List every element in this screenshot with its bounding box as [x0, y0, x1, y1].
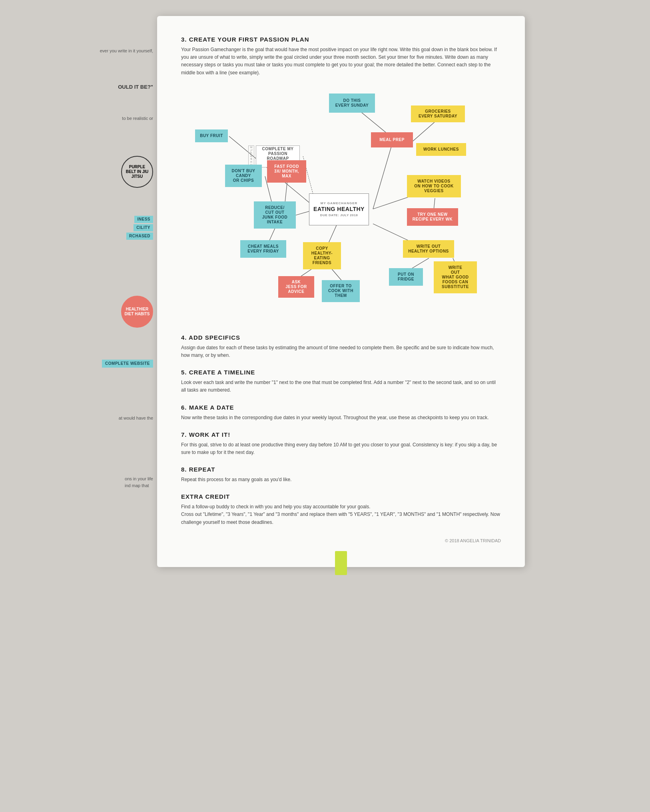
sidebar-label-purchased: RCHASED [126, 233, 153, 240]
extra-credit-heading: EXTRA CREDIT [181, 493, 501, 500]
section-4: 4. ADD SPECIFICS Assign due dates for ea… [181, 334, 501, 359]
sidebar-label-facility: CILITY [134, 224, 153, 231]
section-8: 8. REPEAT Repeat this process for as man… [181, 466, 501, 484]
mind-map: EXAMPLE Complete my Passion Roadmap - To… [181, 86, 501, 326]
node-reduce-junk: REDUCE/CUT OUTJUNK FOODINTAKE [254, 201, 296, 229]
sidebar-label-website: COMPLETE WEBSITE [102, 360, 153, 368]
section-6-text: Now write these tasks in the correspondi… [181, 414, 501, 422]
node-cheat-meals: CHEAT MEALSEVERY FRIDAY [240, 240, 286, 258]
node-fast-food: FAST FOOD3X/ MONTH,MAX [267, 160, 306, 183]
extra-credit-text: Find a follow-up buddy to check in with … [181, 503, 501, 526]
example-label: EXAMPLE [248, 145, 254, 167]
node-work-lunches: WORK LUNCHES [416, 143, 466, 156]
svg-line-0 [373, 141, 393, 209]
ribbon [335, 551, 347, 575]
sidebar-circle-jiu-jitsu: PURPLE BELT IN JIU JITSU [121, 156, 153, 188]
node-do-this-sunday: DO THISEVERY SUNDAY [329, 94, 375, 113]
sidebar-circle-diet: HEALTHIER DIET HABITS [121, 296, 153, 328]
extra-credit: EXTRA CREDIT Find a follow-up buddy to c… [181, 493, 501, 526]
node-write-healthy: WRITE OUTHEALTHY OPTIONS [403, 240, 454, 258]
sidebar-label-business: INESS [134, 216, 153, 223]
section-7-heading: 7. WORK AT IT! [181, 431, 501, 438]
node-watch-videos: WATCH VIDEOSON HOW TO COOKVEGGIES [407, 175, 461, 197]
section-8-text: Repeat this process for as many goals as… [181, 476, 501, 484]
section-5-heading: 5. CREATE A TIMELINE [181, 369, 501, 376]
node-copy-friends: COPYHEALTHY-EATINGFRIENDS [303, 242, 341, 269]
section-3-heading: 3. CREATE YOUR FIRST PASSION PLAN [181, 36, 501, 43]
sidebar-text-9: ons in your lifeind map that [125, 476, 153, 489]
footer-copyright: © 2018 ANGELIA TRINIDAD [181, 538, 501, 543]
section-8-heading: 8. REPEAT [181, 466, 501, 473]
section-7-text: For this goal, strive to do at least one… [181, 441, 501, 456]
node-groceries: GROCERIESEVERY SATURDAY [411, 105, 465, 122]
sidebar-text-2: OULD IT BE?" [118, 84, 153, 90]
node-dont-buy: DON'T BUYCANDYOR CHIPS [225, 165, 262, 187]
section-3-text: Your Passion Gamechanger is the goal tha… [181, 46, 501, 77]
node-meal-prep: MEAL PREP [371, 132, 413, 147]
node-try-new-recipe: TRY ONE NEWRECIPE EVERY WK [407, 208, 458, 226]
section-6-heading: 6. MAKE A DATE [181, 404, 501, 411]
node-write-good-foods: WRITEOUTWHAT GOODFOODS CANSUBSTITUTE [434, 261, 477, 293]
page-container: ever you write in it yourself, OULD IT B… [157, 16, 525, 567]
sidebar-text-1: ever you write in it yourself, [100, 48, 153, 54]
section-3: 3. CREATE YOUR FIRST PASSION PLAN Your P… [181, 36, 501, 77]
node-ask-jess: ASKJESS FORADVICE [278, 276, 314, 298]
node-buy-fruit: BUY FRUIT [195, 129, 228, 142]
section-7: 7. WORK AT IT! For this goal, strive to … [181, 431, 501, 456]
section-5-text: Look over each task and write the number… [181, 379, 501, 394]
section-6: 6. MAKE A DATE Now write these tasks in … [181, 404, 501, 422]
node-put-on-fridge: PUT ONFRIDGE [389, 268, 423, 286]
section-4-heading: 4. ADD SPECIFICS [181, 334, 501, 341]
sidebar-labels-business: INESS CILITY RCHASED [126, 216, 153, 240]
sidebar-text-3: to be realistic or [122, 116, 153, 121]
sidebar-text-8: at would have the [119, 416, 153, 420]
section-5: 5. CREATE A TIMELINE Look over each task… [181, 369, 501, 394]
mind-map-center: MY GAMECHANGER EATING HEALTHY DUE DATE: … [309, 193, 369, 225]
section-4-text: Assign due dates for each of these tasks… [181, 344, 501, 359]
node-offer-cook: OFFER TOCOOK WITHTHEM [322, 280, 360, 302]
